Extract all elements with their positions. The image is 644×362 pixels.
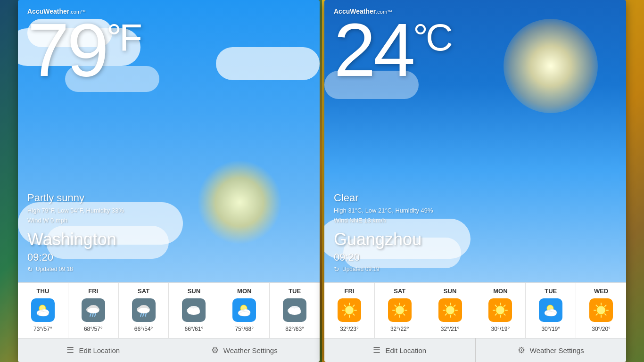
temp-range: 30°/19° [541, 326, 560, 332]
svg-point-29 [289, 309, 301, 315]
refresh-icon-washington: ↻ [27, 265, 33, 273]
svg-line-10 [95, 313, 96, 316]
day-label: SAT [394, 288, 405, 295]
list-icon-guangzhou: ☰ [373, 345, 380, 355]
refresh-icon-guangzhou: ↻ [334, 265, 339, 273]
svg-point-70 [597, 306, 605, 314]
svg-point-48 [446, 306, 454, 314]
svg-line-45 [395, 305, 396, 306]
weather-icon-box [539, 298, 562, 322]
day-label: FRI [344, 288, 354, 295]
forecast-day: SUN 66°/61° [169, 283, 219, 338]
bottom-bar-guangzhou: ☰ Edit Location ⚙ Weather Settings [324, 338, 626, 362]
svg-line-41 [404, 314, 405, 315]
temp-range: 32°/22° [390, 326, 409, 332]
weather-icon-box [438, 298, 462, 322]
weather-settings-button-guangzhou[interactable]: ⚙ Weather Settings [476, 338, 627, 362]
bottom-bar-washington: ☰ Edit Location ⚙ Weather Settings [18, 338, 320, 362]
svg-line-56 [454, 305, 455, 306]
svg-line-8 [90, 313, 91, 316]
weather-info-guangzhou: Clear High 31°C, Low 21°C, Humidity 49% … [334, 192, 617, 273]
day-label: SUN [188, 288, 200, 295]
forecast-day: THU 73°/57° [18, 283, 68, 338]
temp-unit-guangzhou: °C [413, 16, 451, 58]
temp-range: 82°/63° [285, 326, 304, 332]
svg-point-69 [546, 312, 556, 316]
svg-point-57 [496, 306, 504, 314]
forecast-day: TUE 30°/19° [526, 283, 576, 338]
weather-main-guangzhou: AccuWeather.com™ 24°C Clear High 31°C, L… [324, 0, 626, 282]
widget-washington: AccuWeather.com™ 79°F Partly sunny High … [18, 0, 320, 362]
weather-settings-label-guangzhou: Weather Settings [530, 346, 584, 354]
weather-icon-box [31, 298, 55, 322]
svg-line-16 [143, 313, 144, 316]
gear-icon-washington: ⚙ [211, 345, 219, 355]
svg-line-36 [344, 305, 346, 306]
day-label: SAT [138, 288, 149, 295]
temp-range: 75°/68° [235, 326, 254, 332]
svg-line-54 [445, 305, 446, 306]
temp-range: 30°/19° [491, 326, 510, 332]
day-label: TUE [289, 288, 301, 295]
details-washington: High 79°F, Low 54°F, Humidity 33% Wind W… [27, 206, 310, 226]
day-label: MON [493, 288, 507, 295]
forecast-day: SUN 32°/21° [425, 283, 476, 338]
svg-line-47 [404, 305, 405, 306]
svg-line-59 [504, 314, 505, 315]
update-row-guangzhou: ↻ Updated 09:19 [334, 265, 617, 273]
updated-text-washington: Updated 09:18 [36, 266, 73, 272]
temp-range: 32°/23° [340, 326, 359, 332]
gear-icon-guangzhou: ⚙ [518, 345, 525, 355]
svg-point-39 [396, 306, 404, 314]
list-icon-washington: ☰ [66, 345, 74, 355]
weather-icon-box [82, 298, 105, 322]
edit-location-button-washington[interactable]: ☰ Edit Location [18, 338, 169, 362]
weather-icon-box [488, 298, 512, 322]
temp-range: 66°/61° [185, 326, 204, 332]
svg-point-3 [38, 312, 49, 316]
weather-icon-box [388, 298, 412, 322]
forecast-day: TUE 82°/63° [270, 283, 320, 338]
edit-location-label-guangzhou: Edit Location [385, 346, 426, 354]
condition-washington: Partly sunny [27, 192, 310, 204]
weather-icon-box [182, 298, 206, 322]
city-name-washington: Washington [27, 230, 310, 249]
svg-line-50 [454, 314, 455, 315]
svg-line-43 [395, 314, 396, 315]
forecast-day: FRI 32°/23° [324, 283, 375, 338]
forecast-washington: THU 73°/57° FRI 68°/57° SAT [18, 282, 320, 338]
day-label: MON [237, 288, 251, 295]
weather-settings-button-washington[interactable]: ⚙ Weather Settings [169, 338, 320, 362]
svg-line-38 [353, 305, 355, 306]
svg-line-52 [445, 314, 446, 315]
temperature-washington: 79°F [27, 12, 310, 88]
temp-range: 30°/20° [592, 326, 611, 332]
svg-line-34 [344, 314, 346, 315]
weather-settings-label-washington: Weather Settings [223, 346, 278, 354]
city-name-guangzhou: Guangzhou [334, 230, 617, 249]
day-label: THU [37, 288, 50, 295]
day-label: SUN [444, 288, 456, 295]
svg-point-25 [239, 312, 250, 316]
svg-line-63 [495, 305, 497, 306]
forecast-day: MON 30°/19° [475, 283, 526, 338]
temp-range: 66°/54° [134, 326, 153, 332]
widgets-container: AccuWeather.com™ 79°F Partly sunny High … [0, 0, 644, 362]
svg-point-7 [88, 308, 99, 313]
svg-line-76 [596, 305, 597, 306]
edit-location-button-guangzhou[interactable]: ☰ Edit Location [324, 338, 476, 362]
forecast-day: WED 30°/20° [576, 283, 626, 338]
svg-line-61 [495, 314, 497, 315]
forecast-day: MON 75°/68° [219, 283, 270, 338]
svg-point-14 [138, 308, 149, 313]
updated-text-guangzhou: Updated 09:19 [342, 266, 380, 272]
svg-point-21 [188, 309, 200, 315]
weather-info-washington: Partly sunny High 79°F, Low 54°F, Humidi… [27, 192, 310, 273]
temperature-guangzhou: 24°C [334, 12, 617, 88]
forecast-day: SAT 66°/54° [119, 283, 169, 338]
weather-main-washington: AccuWeather.com™ 79°F Partly sunny High … [18, 0, 320, 282]
weather-icon-box [232, 298, 256, 322]
weather-icon-box [338, 298, 361, 322]
edit-location-label-washington: Edit Location [79, 346, 120, 354]
svg-line-32 [353, 314, 355, 315]
